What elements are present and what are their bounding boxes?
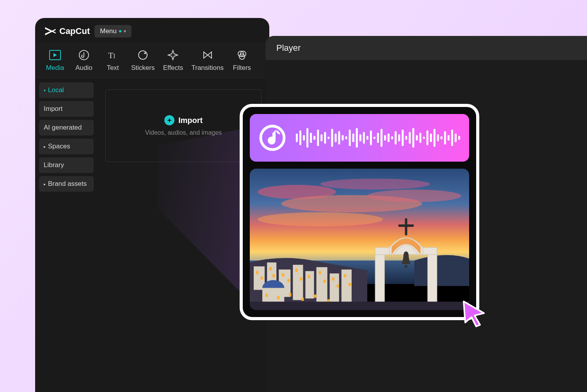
tab-audio[interactable]: Audio (69, 47, 98, 74)
tab-label: Stickers (131, 64, 155, 72)
svg-rect-39 (398, 134, 400, 141)
svg-rect-21 (334, 134, 336, 142)
svg-rect-71 (342, 269, 352, 305)
svg-point-99 (404, 265, 407, 268)
svg-rect-52 (444, 131, 446, 144)
svg-point-9 (268, 137, 275, 144)
tab-media[interactable]: Media (41, 47, 69, 74)
caret-down-icon: ▾ (44, 88, 46, 93)
svg-point-62 (258, 212, 383, 226)
media-preview-popup (240, 104, 479, 320)
svg-rect-74 (256, 271, 258, 274)
sidebar-item-label: Brand assets (48, 180, 87, 188)
svg-rect-25 (349, 130, 351, 146)
import-title: Import (178, 116, 203, 125)
svg-rect-17 (320, 134, 322, 141)
tab-label: Media (46, 64, 64, 72)
editor-window: CapCut Menu ▾ Media Audio TI Text (35, 18, 269, 392)
svg-rect-75 (261, 276, 263, 280)
svg-rect-30 (366, 136, 368, 140)
svg-rect-45 (420, 133, 422, 143)
svg-rect-84 (324, 280, 326, 283)
svg-rect-16 (317, 130, 319, 146)
sidebar-item-label: Library (44, 161, 64, 169)
svg-rect-81 (300, 277, 302, 280)
sidebar-item-import[interactable]: Import (39, 101, 94, 117)
sidebar-item-label: Spaces (48, 143, 70, 150)
svg-rect-89 (265, 294, 268, 297)
tab-effects[interactable]: Effects (158, 47, 187, 74)
effects-icon (167, 49, 179, 61)
svg-rect-55 (455, 134, 457, 142)
media-icon (49, 49, 61, 61)
svg-rect-79 (287, 279, 290, 282)
tab-label: Filters (233, 64, 251, 72)
svg-rect-12 (303, 135, 305, 141)
tab-stickers[interactable]: Stickers (127, 47, 158, 74)
svg-rect-100 (250, 302, 469, 310)
svg-point-61 (367, 190, 461, 202)
sidebar-item-brand-assets[interactable]: ▸Brand assets (39, 176, 94, 192)
titlebar: CapCut Menu ▾ (35, 18, 269, 42)
svg-rect-49 (434, 129, 436, 147)
svg-rect-41 (405, 136, 407, 140)
music-note-icon (258, 124, 286, 152)
video-clip-thumbnail[interactable] (250, 169, 469, 310)
svg-rect-53 (448, 135, 450, 141)
svg-point-4 (139, 51, 147, 59)
menu-button[interactable]: Menu ▾ (94, 25, 132, 37)
menu-label: Menu (100, 27, 117, 35)
svg-rect-18 (324, 132, 326, 144)
sidebar-item-library[interactable]: Library (39, 157, 94, 173)
caret-right-icon: ▸ (44, 182, 46, 186)
svg-rect-67 (293, 265, 303, 300)
sidebar-item-label: AI generated (44, 124, 82, 132)
svg-rect-91 (289, 293, 291, 296)
svg-rect-20 (331, 129, 333, 147)
tab-text[interactable]: TI Text (98, 47, 127, 74)
capcut-logo-icon (44, 27, 56, 36)
svg-rect-35 (384, 135, 386, 141)
menu-indicator-dot (119, 30, 121, 32)
tab-filters[interactable]: Filters (228, 47, 256, 74)
svg-rect-19 (327, 137, 329, 139)
svg-rect-38 (395, 131, 397, 144)
svg-rect-87 (344, 274, 346, 277)
audio-clip-preview[interactable] (250, 114, 469, 162)
svg-rect-82 (308, 275, 310, 278)
svg-rect-13 (306, 128, 308, 148)
svg-rect-92 (301, 298, 304, 301)
svg-rect-43 (412, 128, 414, 148)
svg-rect-24 (345, 136, 347, 139)
svg-rect-22 (338, 131, 340, 144)
app-logo: CapCut (44, 26, 90, 36)
import-dropzone[interactable]: + Import Videos, audios, and images (105, 89, 261, 162)
tab-label: Transitions (191, 64, 224, 72)
tab-label: Effects (163, 64, 183, 72)
svg-rect-47 (427, 130, 429, 145)
svg-rect-14 (310, 133, 312, 143)
svg-rect-42 (409, 132, 411, 144)
sidebar-item-spaces[interactable]: ▸Spaces (39, 139, 94, 154)
waveform-icon (296, 126, 461, 150)
sidebar-item-local[interactable]: ▾Local (39, 82, 94, 98)
player-title: Player (265, 36, 587, 60)
svg-rect-76 (269, 267, 272, 270)
text-icon: TI (107, 49, 119, 61)
svg-rect-46 (423, 137, 425, 139)
svg-rect-90 (277, 296, 279, 299)
svg-rect-28 (359, 134, 361, 141)
tab-label: Audio (75, 64, 92, 72)
plus-icon: + (164, 115, 174, 125)
sidebar-item-ai-generated[interactable]: AI generated (39, 120, 94, 135)
svg-rect-31 (370, 130, 372, 145)
svg-rect-50 (437, 134, 439, 141)
chevron-down-icon: ▾ (124, 29, 126, 34)
svg-rect-10 (296, 134, 298, 142)
svg-rect-11 (299, 130, 301, 145)
svg-rect-15 (313, 136, 315, 140)
svg-rect-29 (363, 132, 365, 144)
svg-rect-51 (441, 136, 443, 139)
svg-rect-26 (352, 134, 354, 142)
tab-transitions[interactable]: Transitions (187, 47, 228, 74)
